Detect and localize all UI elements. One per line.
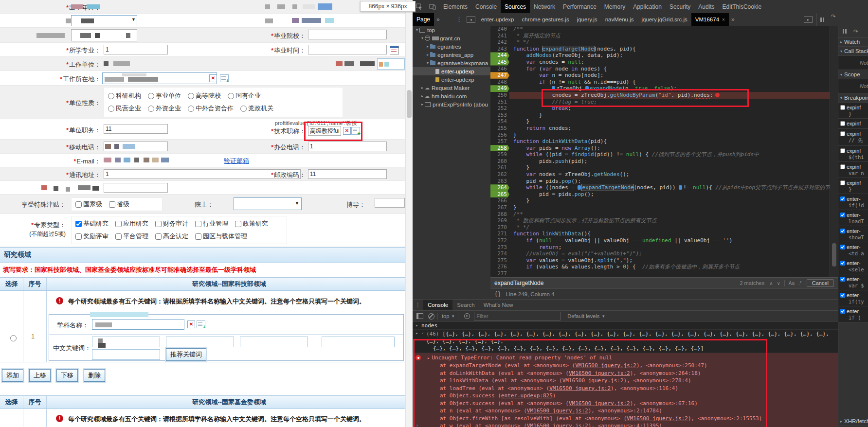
office-input[interactable] [308,142,387,151]
line-number[interactable]: 241 [490,33,509,39]
clear-field-icon[interactable]: ✕ [343,127,351,135]
breakpoint-checkbox[interactable] [840,105,845,110]
tree-item[interactable]: ▸☁hm.baidu.com [413,92,490,100]
recommend-keywords-button[interactable]: 推荐关键词 [166,348,206,361]
context-selector[interactable]: top [442,313,449,319]
action-button-添加[interactable]: 添加 [2,369,23,382]
tree-item[interactable]: ▸printExpPsnInfo (abou [413,100,490,108]
device-toolbar-icon[interactable] [426,0,439,13]
grad-time-input[interactable] [308,45,387,54]
more-navigator-tabs-icon[interactable]: » [434,13,442,26]
line-number[interactable]: 251 [490,99,509,106]
breakpoint-entry[interactable]: enter-loadT [838,210,868,226]
breakpoint-checkbox[interactable] [840,293,845,298]
checkbox-input[interactable] [195,233,201,240]
duty-input[interactable] [104,124,168,134]
line-number[interactable]: 276 [490,264,509,270]
line-number[interactable]: 272 [490,237,509,244]
devtools-tab-editthiscookie[interactable]: EditThisCookie [719,0,766,13]
breakpoint-entry[interactable]: enter-<td a [838,242,868,258]
redacted-input[interactable] [104,183,168,193]
scrollbar-thumb[interactable] [407,90,412,118]
check-option[interactable]: 国家级 [75,200,102,209]
action-button-下移[interactable]: 下移 [56,369,78,382]
devtools-tab-memory[interactable]: Memory [600,0,629,13]
tree-item[interactable]: enter-updexp [413,75,490,84]
line-number[interactable]: 253 [490,112,509,119]
expand-icon[interactable]: ▸ [427,356,430,360]
breakpoint-checkbox[interactable] [840,229,845,233]
close-tab-icon[interactable]: × [722,17,725,22]
devtools-tab-sources[interactable]: Sources [501,0,530,13]
checkbox-input[interactable] [115,233,122,240]
regex-toggle[interactable]: .* [796,281,804,286]
line-number[interactable]: 263 [490,178,509,185]
check-option[interactable]: 省级 [109,200,129,209]
console-filter-input[interactable] [474,312,561,320]
file-tab[interactable]: navMenu.js [601,13,638,26]
source-link[interactable]: VM16500 jquery.js:2 [575,362,636,369]
breakpoint-checkbox[interactable] [840,148,845,153]
hide-navigator-icon[interactable]: ◂ [467,16,475,23]
check-option[interactable]: 奖励评审 [75,232,108,241]
breakpoint-badge[interactable]: 258 [490,145,509,152]
radio-input[interactable] [228,93,234,99]
row-select-radio[interactable] [10,335,17,341]
line-number[interactable]: 257 [490,138,509,145]
drawer-tab-console[interactable]: Console [423,300,452,310]
line-number[interactable]: 259 [490,151,509,158]
expand-icon[interactable]: ▸ [416,323,421,328]
breakpoint-checkbox[interactable] [840,213,845,217]
log-levels-selector[interactable]: Default levels [567,313,599,319]
live-expression-icon[interactable] [464,313,470,319]
checkbox-input[interactable] [75,233,82,240]
scope-section[interactable]: ▾Scope [838,70,868,79]
breakpoint-entry[interactable]: enter-if(!d [838,194,868,210]
console-command[interactable]: ▸ nodes [413,322,838,330]
mentor-input[interactable] [375,198,405,208]
breakpoint-entry[interactable]: expinfvar n [838,162,868,178]
calendar-icon[interactable] [390,46,399,54]
action-button-删除[interactable]: 删除 [84,369,105,382]
line-number[interactable]: 248 [490,79,509,86]
line-number[interactable]: 242 [490,39,509,46]
line-number[interactable]: 252 [490,105,509,112]
breakpoints-section[interactable]: ▾Breakpoints [838,93,868,103]
tree-arrow-icon[interactable]: ▾ [415,28,419,32]
breakpoint-badge[interactable]: 245 [490,59,509,66]
call-stack-section[interactable]: ▾Call Stack [838,47,868,56]
checkbox-input[interactable] [115,221,122,227]
drawer-menu-icon[interactable]: ⋮ [413,302,423,308]
radio-input[interactable] [148,106,154,112]
breakpoint-entry[interactable]: enter-if ( [838,306,868,322]
keyword-input[interactable] [166,337,234,347]
source-link[interactable]: VM16500 jquery.js:2 [527,423,588,427]
breakpoint-checkbox[interactable] [840,164,845,169]
watch-section[interactable]: ▸Watch [838,37,868,47]
xhr-breakpoints-section[interactable]: ▸XHR/fetch Breakpoints [838,417,868,426]
breakpoint-checkbox[interactable] [840,131,845,136]
tree-arrow-icon[interactable]: ▸ [420,94,425,98]
major-input[interactable] [104,45,168,54]
verify-email-link[interactable]: 验证邮箱 [224,157,249,165]
pretty-print-icon[interactable]: {} [494,291,501,298]
zip-input[interactable] [308,169,387,179]
line-number[interactable]: 273 [490,244,509,251]
check-option[interactable]: 行业管理 [195,219,228,228]
tree-arrow-icon[interactable]: ▸ [425,53,430,57]
breakpoint-checkbox[interactable] [840,180,845,185]
check-option[interactable]: 财务审计 [155,219,188,228]
breakpoint-checkbox[interactable] [840,121,845,126]
line-number[interactable]: 274 [490,250,509,257]
checkbox-input[interactable] [75,221,82,227]
check-option[interactable]: 园区与载体管理 [195,232,247,241]
file-tab[interactable]: jquery.jqGrid.src.js [637,13,691,26]
line-number[interactable]: 271 [490,231,509,237]
drawer-tab-search[interactable]: Search [452,302,479,308]
radio-option[interactable]: 科研机构 [108,91,141,100]
clear-field-icon[interactable]: ✕ [187,320,195,328]
checkbox-input[interactable] [109,201,115,208]
devtools-tab-elements[interactable]: Elements [439,0,471,13]
breakpoint-entry[interactable]: enter-showT [838,226,868,242]
check-option[interactable]: 应用研究 [115,219,148,228]
